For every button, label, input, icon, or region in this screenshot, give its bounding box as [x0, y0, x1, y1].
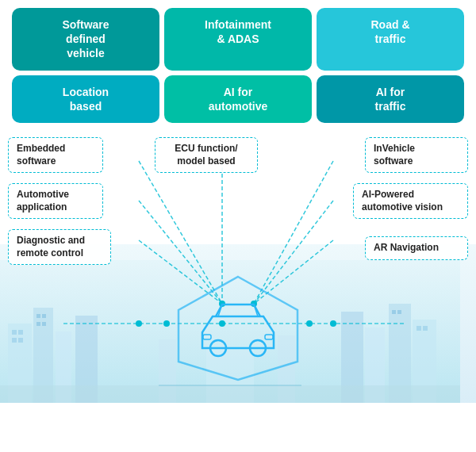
- box-label: AR Navigation: [374, 242, 439, 253]
- svg-rect-2: [12, 330, 17, 335]
- car-svg: [159, 273, 317, 384]
- card-label: Software defined vehicle: [62, 18, 109, 59]
- card-ai-traffic: AI fortraffic: [317, 75, 464, 123]
- card-label: AI fortraffic: [375, 86, 406, 113]
- svg-rect-15: [423, 326, 428, 331]
- svg-rect-46: [203, 335, 211, 339]
- box-embedded-software: Embeddedsoftware: [8, 137, 103, 173]
- card-software-defined: Software defined vehicle: [12, 8, 159, 71]
- box-ai-vision: AI-Poweredautomotive vision: [353, 183, 468, 219]
- svg-rect-24: [0, 385, 460, 403]
- svg-rect-5: [18, 338, 23, 343]
- svg-rect-9: [36, 322, 40, 326]
- svg-rect-17: [392, 310, 396, 314]
- diagram-section: Embeddedsoftware Automotiveapplication D…: [0, 129, 476, 403]
- svg-marker-41: [178, 277, 298, 380]
- box-ar-nav: AR Navigation: [365, 236, 468, 260]
- category-grid: Software defined vehicle Infotainment& A…: [0, 0, 476, 129]
- svg-rect-10: [42, 322, 46, 326]
- card-infotainment: Infotainment& ADAS: [164, 8, 312, 71]
- card-location: Locationbased: [12, 75, 159, 123]
- svg-rect-3: [18, 330, 23, 335]
- box-invehicle: InVehiclesoftware: [365, 137, 468, 173]
- box-label: Automotiveapplication: [17, 189, 69, 213]
- svg-rect-18: [397, 310, 401, 314]
- box-label: AI-Poweredautomotive vision: [362, 189, 443, 213]
- car-illustration: [159, 273, 317, 387]
- box-label: Embeddedsoftware: [17, 143, 65, 167]
- svg-rect-8: [42, 314, 46, 318]
- card-ai-automotive: AI forautomotive: [164, 75, 312, 123]
- card-road-traffic: Road &traffic: [317, 8, 464, 71]
- svg-rect-7: [36, 314, 40, 318]
- box-diagnostic: Diagnostic andremote control: [8, 229, 111, 265]
- card-label: Locationbased: [63, 86, 109, 113]
- box-automotive-app: Automotiveapplication: [8, 183, 103, 219]
- box-ecu: ECU function/model based: [155, 137, 258, 173]
- svg-rect-47: [265, 335, 273, 339]
- card-label: Road &traffic: [371, 18, 410, 45]
- card-label: Infotainment& ADAS: [205, 18, 271, 45]
- box-label: Diagnostic andremote control: [17, 235, 85, 259]
- box-label: InVehiclesoftware: [374, 143, 415, 167]
- card-label: AI forautomotive: [209, 86, 268, 113]
- svg-rect-14: [416, 326, 421, 331]
- svg-rect-4: [12, 338, 17, 343]
- box-label: ECU function/model based: [175, 143, 237, 167]
